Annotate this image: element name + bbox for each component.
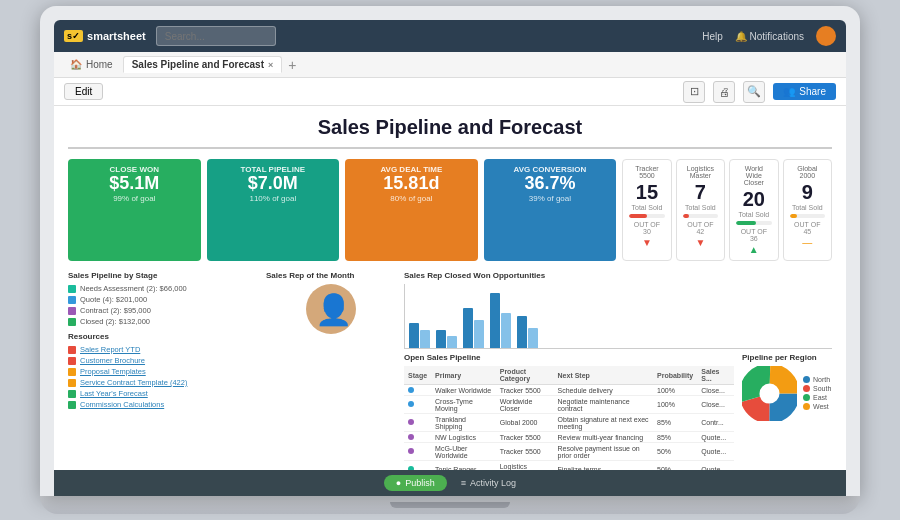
table-row: Trankland Shipping Global 2000 Obtain si… bbox=[404, 414, 734, 432]
table-row: NW Logistics Tracker 5500 Review multi-y… bbox=[404, 432, 734, 443]
tab-sales-pipeline[interactable]: Sales Pipeline and Forecast × bbox=[123, 56, 283, 73]
statusbar: ● Publish ≡ Activity Log bbox=[54, 470, 846, 496]
open-pipeline-title: Open Sales Pipeline bbox=[404, 353, 734, 362]
publish-icon: ● bbox=[396, 478, 401, 488]
bar bbox=[490, 293, 500, 348]
kpi-total-pipeline: Total Pipeline $7.0M 110% of goal bbox=[207, 159, 340, 261]
legend-item: East bbox=[803, 394, 831, 401]
bar-group bbox=[409, 323, 430, 348]
kpi-avg-deal-time-sub: 80% of goal bbox=[353, 194, 470, 203]
share-button[interactable]: 👥 Share bbox=[773, 83, 836, 100]
kpi-avg-deal-time-value: 15.81d bbox=[353, 174, 470, 194]
tabbar: 🏠 Home Sales Pipeline and Forecast × + bbox=[54, 52, 846, 78]
stage-row: Closed (2): $132,000 bbox=[68, 317, 258, 326]
logo-text: smartsheet bbox=[87, 30, 146, 42]
bar bbox=[409, 323, 419, 348]
table-row: McG-Uber Worldwide Tracker 5500 Resolve … bbox=[404, 443, 734, 461]
primary-cell: McG-Uber Worldwide bbox=[431, 443, 496, 461]
stage-cell bbox=[404, 396, 431, 414]
bar-group bbox=[463, 308, 484, 348]
bottom-section: Sales Pipeline by Stage Needs Assessment… bbox=[68, 271, 832, 470]
sales-cell: Quote... bbox=[697, 461, 734, 471]
stage-cell bbox=[404, 443, 431, 461]
pipeline-table: StagePrimaryProduct CategoryNext StepPro… bbox=[404, 366, 734, 470]
sales-cell: Quote... bbox=[697, 443, 734, 461]
notifications-link[interactable]: 🔔 Notifications bbox=[735, 31, 804, 42]
home-icon: 🏠 bbox=[70, 59, 82, 70]
kpi-avg-conversion-value: 36.7% bbox=[492, 174, 609, 194]
product-cell: Worldwide Closer bbox=[496, 396, 554, 414]
tab-label-active: Sales Pipeline and Forecast bbox=[132, 59, 264, 70]
primary-cell: Trankland Shipping bbox=[431, 414, 496, 432]
next-step-cell: Obtain signature at next exec meeting bbox=[554, 414, 653, 432]
bar bbox=[517, 316, 527, 348]
publish-button[interactable]: ● Publish bbox=[384, 475, 447, 491]
sales-cell: Contr... bbox=[697, 414, 734, 432]
share-icon: 👥 bbox=[783, 86, 795, 97]
kpi-avg-deal-time: Avg Deal Time 15.81d 80% of goal bbox=[345, 159, 478, 261]
stage-cell bbox=[404, 432, 431, 443]
next-step-cell: Review multi-year financing bbox=[554, 432, 653, 443]
probability-cell: 50% bbox=[653, 461, 697, 471]
left-panel: Sales Pipeline by Stage Needs Assessment… bbox=[68, 271, 258, 470]
kpi-avg-conversion-sub: 39% of goal bbox=[492, 194, 609, 203]
table-column-header: Primary bbox=[431, 366, 496, 385]
stage-row: Needs Assessment (2): $66,000 bbox=[68, 284, 258, 293]
probability-cell: 85% bbox=[653, 414, 697, 432]
help-link[interactable]: Help bbox=[702, 31, 723, 42]
sales-cell: Close... bbox=[697, 396, 734, 414]
resource-item: Commission Calculations bbox=[68, 400, 258, 409]
stage-row: Quote (4): $201,000 bbox=[68, 295, 258, 304]
toolbar-right: ⊡ 🖨 🔍 👥 Share bbox=[683, 81, 836, 103]
pie-chart-container: North South East West bbox=[742, 366, 832, 421]
stage-cell bbox=[404, 461, 431, 471]
bar bbox=[463, 308, 473, 348]
kpi-total-pipeline-value: $7.0M bbox=[215, 174, 332, 194]
laptop-notch bbox=[390, 502, 510, 508]
kpi-cards-row: Close Won $5.1M 99% of goal Total Pipeli… bbox=[68, 159, 832, 261]
right-panel: Sales Rep Closed Won Opportunities Open … bbox=[404, 271, 832, 470]
activity-log-button[interactable]: ≡ Activity Log bbox=[461, 478, 516, 488]
table-column-header: Stage bbox=[404, 366, 431, 385]
tab-close-icon[interactable]: × bbox=[268, 60, 273, 70]
tracker-item: Tracker 5500 15 Total Sold OUT OF 30 bbox=[622, 159, 671, 261]
primary-cell: Cross-Tyme Moving bbox=[431, 396, 496, 414]
table-column-header: Sales S... bbox=[697, 366, 734, 385]
primary-cell: NW Logistics bbox=[431, 432, 496, 443]
sales-cell: Close... bbox=[697, 385, 734, 396]
top-navbar: s✓ smartsheet Help 🔔 Notifications bbox=[54, 20, 846, 52]
bar bbox=[501, 313, 511, 348]
resource-item: Last Year's Forecast bbox=[68, 389, 258, 398]
legend-item: North bbox=[803, 376, 831, 383]
activity-icon: ≡ bbox=[461, 478, 466, 488]
kpi-total-pipeline-sub: 110% of goal bbox=[215, 194, 332, 203]
screen-icon[interactable]: ⊡ bbox=[683, 81, 705, 103]
table-column-header: Next Step bbox=[554, 366, 653, 385]
bar bbox=[528, 328, 538, 348]
search-input[interactable] bbox=[156, 26, 276, 46]
primary-cell: Walker Worldwide bbox=[431, 385, 496, 396]
add-tab-button[interactable]: + bbox=[284, 57, 300, 73]
tracker-item: Global 2000 9 Total Sold OUT OF 45 bbox=[783, 159, 832, 261]
legend-item: South bbox=[803, 385, 831, 392]
bar-group bbox=[436, 330, 457, 348]
probability-cell: 50% bbox=[653, 443, 697, 461]
resources-title: Resources bbox=[68, 332, 258, 341]
pie-chart-title: Pipeline per Region bbox=[742, 353, 832, 362]
edit-button[interactable]: Edit bbox=[64, 83, 103, 100]
zoom-icon[interactable]: 🔍 bbox=[743, 81, 765, 103]
tab-home[interactable]: 🏠 Home bbox=[62, 57, 121, 72]
probability-cell: 100% bbox=[653, 396, 697, 414]
bar bbox=[436, 330, 446, 348]
stage-list: Needs Assessment (2): $66,000 Quote (4):… bbox=[68, 284, 258, 326]
toolbar: Edit ⊡ 🖨 🔍 👥 Share bbox=[54, 78, 846, 106]
table-row: Cross-Tyme Moving Worldwide Closer Negot… bbox=[404, 396, 734, 414]
page-title: Sales Pipeline and Forecast bbox=[68, 116, 832, 139]
next-step-cell: Schedule delivery bbox=[554, 385, 653, 396]
avatar bbox=[816, 26, 836, 46]
print-icon[interactable]: 🖨 bbox=[713, 81, 735, 103]
resources-list: Sales Report YTD Customer Brochure Propo… bbox=[68, 345, 258, 409]
tracker-item: World Wide Closer 20 Total Sold OUT OF 3… bbox=[729, 159, 778, 261]
product-cell: Tracker 5500 bbox=[496, 432, 554, 443]
resource-item: Customer Brochure bbox=[68, 356, 258, 365]
